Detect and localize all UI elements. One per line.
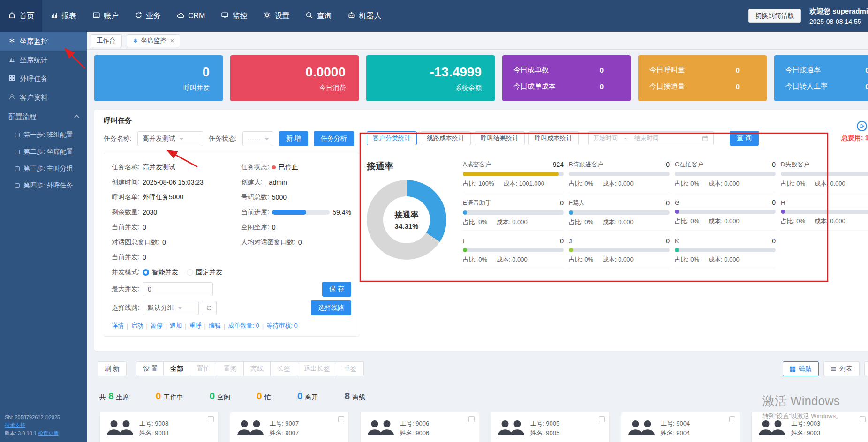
category-stat-item-f: F骂人0 占比: 0%成本: 0.000 bbox=[569, 199, 670, 231]
add-task-button[interactable]: 新 增 bbox=[279, 131, 308, 146]
status-dot bbox=[272, 165, 276, 169]
sidebar-item-agent-monitor[interactable]: 坐席监控 bbox=[0, 32, 87, 51]
agent-card-9004[interactable]: 工号: 9004 姓名: 9004 bbox=[621, 412, 740, 442]
stat-label: 今日呼叫量 bbox=[649, 66, 685, 75]
settings-button[interactable]: 设 置 bbox=[136, 361, 165, 376]
edit-link[interactable]: 编辑 bbox=[209, 322, 221, 330]
stats-tab-call-result[interactable]: 呼叫结果统计 bbox=[475, 131, 525, 145]
switch-simple-version-button[interactable]: 切换到简洁版 bbox=[748, 9, 801, 23]
business-icon bbox=[135, 11, 143, 21]
filter-set-busy-button[interactable]: 置忙 bbox=[190, 361, 217, 376]
nav-item-business[interactable]: 业务 bbox=[127, 0, 169, 32]
agent-checkbox[interactable] bbox=[208, 416, 214, 422]
watermark-line2: 转到“设置”以激活 Windows。 bbox=[762, 412, 842, 420]
stat-card-call-concurrency: 0 呼叫并发 bbox=[94, 55, 223, 101]
tab-workbench[interactable]: 工作台 bbox=[91, 34, 122, 47]
select-line-button[interactable]: 选择线路 bbox=[311, 300, 351, 315]
chevron-up-icon bbox=[74, 115, 79, 120]
order-count-link[interactable]: 成单数量: 0 bbox=[228, 322, 259, 330]
filter-exit-long-sign-button[interactable]: 退出长签 bbox=[297, 361, 337, 376]
query-button[interactable]: 查 询 bbox=[730, 131, 759, 146]
agent-checkbox[interactable] bbox=[729, 416, 735, 422]
agent-avatar-icon bbox=[105, 418, 136, 442]
start-link[interactable]: 启动 bbox=[131, 322, 143, 330]
sidebar-item-step4-outbound-task[interactable]: 第四步: 外呼任务 bbox=[0, 177, 87, 194]
tab-agent-monitor[interactable]: 坐席监控 × bbox=[127, 34, 181, 47]
filter-resign-button[interactable]: 重签 bbox=[337, 361, 364, 376]
sidebar-item-step3-caller-group[interactable]: 第三步: 主叫分组 bbox=[0, 160, 87, 177]
field-label: 对话图总窗口数: bbox=[112, 238, 159, 247]
sidebar-group-config-flow[interactable]: 配置流程 bbox=[0, 107, 87, 127]
agent-card-9005[interactable]: 工号: 9005 姓名: 9005 bbox=[491, 412, 610, 442]
nav-item-robot[interactable]: 机器人 bbox=[340, 0, 389, 32]
filter-set-idle-button[interactable]: 置闲 bbox=[217, 361, 244, 376]
support-link[interactable]: 技术支持 bbox=[5, 422, 25, 428]
field-label: 当前并发: bbox=[112, 223, 140, 232]
agent-checkbox[interactable] bbox=[338, 416, 344, 422]
agent-checkbox[interactable] bbox=[468, 416, 475, 422]
step-square-icon bbox=[15, 133, 20, 137]
detail-link[interactable]: 详情 bbox=[112, 322, 124, 330]
nav-item-home[interactable]: 首页 bbox=[0, 0, 42, 32]
agent-card-9008[interactable]: 工号: 9008 姓名: 9008 bbox=[99, 412, 219, 442]
nav-item-crm[interactable]: CRM bbox=[169, 0, 213, 32]
filter-all-button[interactable]: 全部 bbox=[163, 361, 190, 376]
sidebar-group-label: 配置流程 bbox=[8, 112, 37, 121]
task-name-value: 高并发测试 bbox=[143, 135, 175, 143]
line-group-select[interactable]: 默认分组 bbox=[143, 301, 199, 315]
refresh-line-icon[interactable] bbox=[202, 301, 217, 315]
refresh-button[interactable]: 刷 新 bbox=[98, 361, 127, 376]
field-value: 已停止 bbox=[279, 163, 298, 172]
field-label: 剩余数量: bbox=[112, 208, 140, 217]
panel-title: 呼叫任务 bbox=[104, 116, 868, 127]
nav-item-report[interactable]: 报表 bbox=[42, 0, 84, 32]
sidebar-item-customer-data[interactable]: 客户资料 bbox=[0, 88, 87, 107]
sidebar-item-step2-agent-config[interactable]: 第二步: 坐席配置 bbox=[0, 143, 87, 160]
summary-total: 共 8 坐席 bbox=[99, 390, 129, 402]
sn-text: SN: 2058792612 ©2025 bbox=[5, 413, 60, 421]
field-label: 创建时间: bbox=[112, 178, 140, 187]
max-concurrency-label: 最大并发: bbox=[112, 285, 140, 293]
radio-smart-concurrency[interactable] bbox=[143, 269, 149, 276]
pending-audit-link[interactable]: 等待审核: 0 bbox=[266, 322, 297, 330]
filter-long-sign-button[interactable]: 长签 bbox=[270, 361, 297, 376]
stat-card-today-rates: 今日接通率0% 今日转人工率0% bbox=[774, 55, 868, 101]
date-range-picker[interactable]: 开始时间 ~ 结束时间 bbox=[588, 131, 714, 145]
filter-offline-button[interactable]: 离线 bbox=[243, 361, 271, 376]
tile-view-button[interactable]: 磁贴 bbox=[783, 361, 819, 376]
agent-checkbox[interactable] bbox=[599, 416, 605, 422]
pause-link[interactable]: 暂停 bbox=[151, 322, 163, 330]
list-view-button[interactable]: 列表 bbox=[823, 361, 860, 376]
task-analyze-button[interactable]: 任务分析 bbox=[314, 131, 354, 146]
agent-avatar-icon bbox=[756, 418, 787, 442]
sidebar-item-agent-stats[interactable]: 坐席统计 bbox=[0, 51, 87, 69]
task-status-select[interactable]: ------ bbox=[242, 131, 273, 146]
close-icon[interactable]: × bbox=[170, 37, 174, 45]
agent-card-9007[interactable]: 工号: 9007 姓名: 9007 bbox=[230, 412, 349, 442]
agent-monitor-icon bbox=[8, 37, 15, 45]
update-link[interactable]: 检查更新 bbox=[38, 430, 59, 436]
sidebar-item-step1-team-config[interactable]: 第一步: 班组配置 bbox=[0, 127, 87, 143]
nav-item-monitor[interactable]: 监控 bbox=[213, 0, 255, 32]
panel-refresh-icon[interactable]: ⟳ bbox=[857, 121, 867, 131]
recall-link[interactable]: 重呼 bbox=[189, 322, 202, 330]
total-fee-text: 总费用: 1001.000 bbox=[841, 134, 868, 142]
agent-search-button[interactable]: 查询 bbox=[864, 361, 868, 376]
stats-tab-call-cost[interactable]: 呼叫成本统计 bbox=[528, 131, 579, 145]
agent-card-9006[interactable]: 工号: 9006 姓名: 9006 bbox=[360, 412, 479, 442]
nav-item-account[interactable]: 账户 bbox=[84, 0, 127, 32]
sidebar-item-outbound-task[interactable]: 外呼任务 bbox=[0, 69, 87, 88]
radio-fixed-concurrency[interactable] bbox=[187, 269, 193, 276]
nav-label: 业务 bbox=[146, 11, 161, 21]
save-button[interactable]: 保 存 bbox=[322, 282, 351, 297]
connect-rate-donut: 接通率 34.31% bbox=[367, 180, 446, 260]
agent-checkbox[interactable] bbox=[860, 416, 866, 422]
max-concurrency-input[interactable] bbox=[143, 282, 213, 296]
nav-label: 首页 bbox=[19, 11, 34, 21]
stats-tab-customer-category[interactable]: 客户分类统计 bbox=[367, 131, 417, 145]
nav-item-search[interactable]: 查询 bbox=[297, 0, 340, 32]
stats-tab-line-cost[interactable]: 线路成本统计 bbox=[421, 131, 471, 145]
task-name-select[interactable]: 高并发测试 bbox=[137, 131, 203, 146]
nav-item-settings[interactable]: 设置 bbox=[255, 0, 297, 32]
append-link[interactable]: 追加 bbox=[170, 322, 182, 330]
